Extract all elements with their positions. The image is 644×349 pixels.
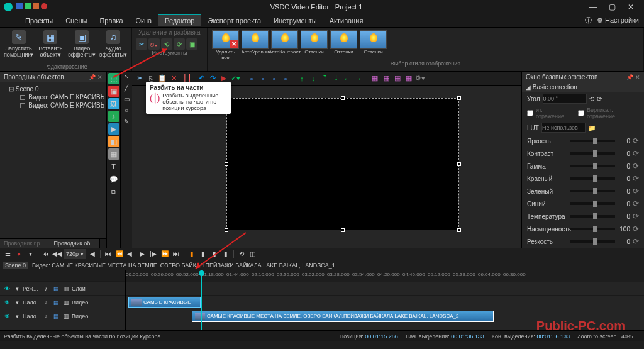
add-sprite-icon[interactable]: ⬚ <box>108 73 119 84</box>
add-tooltip-icon[interactable]: 💬 <box>108 174 119 185</box>
param-reset-2[interactable]: ⟳ <box>633 162 639 170</box>
rotate2-tool-icon[interactable]: ⟳ <box>174 38 185 50</box>
split-tool-icon[interactable]: ⎋▾ <box>148 38 160 50</box>
clip-2[interactable]: САМЫЕ КРАСИВЫЕ МЕСТА НА ЗЕМЛЕ. ОЗЕРО БАЙ… <box>192 311 494 322</box>
rect-icon[interactable]: ▭ <box>122 96 131 104</box>
add-chart-icon[interactable]: ◧ <box>108 136 119 147</box>
tree-node-0[interactable]: ⊟ Scene 0 <box>3 85 104 93</box>
tl-next2-icon[interactable]: |▶ <box>148 249 158 259</box>
tl-marker1-icon[interactable]: ▮ <box>187 249 197 259</box>
tree-node-1[interactable]: Видео: САМЫЕ КРАСИВЬ <box>3 93 104 101</box>
add-text-icon[interactable]: T <box>108 161 119 172</box>
vt-lf-icon[interactable]: ← <box>342 74 352 84</box>
cut-tool-icon[interactable]: ✂ <box>136 38 147 50</box>
scene-badge[interactable]: Scene 0 <box>3 262 28 269</box>
menu-projects[interactable]: Проекты <box>19 15 59 26</box>
menu-tools[interactable]: Инструменты <box>267 15 323 26</box>
rotate-tool-icon[interactable]: ⟲ <box>161 38 172 50</box>
vt-bot-icon[interactable]: ⤓ <box>331 74 341 84</box>
preview-canvas[interactable] <box>226 98 459 230</box>
vt-g3-icon[interactable]: ▦ <box>392 74 402 84</box>
tl-marker4-icon[interactable]: ▮ <box>221 249 231 259</box>
help-icon[interactable]: ⓘ <box>585 16 592 25</box>
minimize-button[interactable]: — <box>584 3 602 11</box>
run-wizard-button[interactable]: ✎Запустить помощник▾ <box>4 29 33 58</box>
tl-start-icon[interactable]: ⏮ <box>103 249 113 259</box>
angle-input[interactable] <box>543 94 587 104</box>
param-reset-5[interactable]: ⟳ <box>633 199 639 208</box>
tl-rewind-icon[interactable]: ⏪ <box>114 249 125 259</box>
tl-row-0[interactable]: 👁▾Реж…♪▤▥Слои <box>0 282 125 296</box>
style-thumb-1[interactable]: АвтоУровни <box>241 30 269 60</box>
menu-edit[interactable]: Правка <box>93 15 129 26</box>
style-thumb-0[interactable]: ✕Удалить все <box>211 30 240 60</box>
vflip-checkbox[interactable] <box>578 110 584 116</box>
param-slider-3[interactable] <box>570 177 615 180</box>
track-video-1[interactable]: САМЫЕ КРАСИВЫЕ <box>126 296 644 309</box>
track-video-2[interactable]: САМЫЕ КРАСИВЫЕ МЕСТА НА ЗЕМЛЕ. ОЗЕРО БАЙ… <box>126 309 644 323</box>
style-thumb-3[interactable]: Оттенки <box>300 30 328 60</box>
param-reset-3[interactable]: ⟳ <box>633 174 639 183</box>
tl-res-badge[interactable]: 720p ▾ <box>64 249 86 259</box>
tree-node-2[interactable]: Видео: САМЫЕ КРАСИВЬ <box>3 101 104 109</box>
add-video-icon[interactable]: ▣ <box>108 86 119 97</box>
menu-activation[interactable]: Активация <box>323 15 370 26</box>
vt-al3-icon[interactable]: ▫ <box>269 74 279 84</box>
vt-g2-icon[interactable]: ▦ <box>381 74 391 84</box>
param-slider-5[interactable] <box>570 202 615 205</box>
audio-effects-button[interactable]: ♫Аудио эффекты▾ <box>99 29 128 58</box>
style-thumb-4[interactable]: Оттенки <box>330 30 358 60</box>
tl-dd-icon[interactable]: ▾ <box>25 249 35 259</box>
playhead[interactable] <box>201 270 202 330</box>
param-slider-0[interactable] <box>570 140 615 142</box>
param-slider-8[interactable] <box>570 240 615 243</box>
menu-editor[interactable]: Редактор <box>158 14 201 26</box>
pin-icon[interactable]: 📌 <box>89 74 96 80</box>
vt-rt-icon[interactable]: → <box>353 74 364 84</box>
pin-icon[interactable]: 📌 <box>626 74 633 80</box>
vt-g1-icon[interactable]: ▦ <box>370 74 380 84</box>
param-slider-6[interactable] <box>570 215 615 218</box>
basic-correction-section[interactable]: ◢ Basic correction <box>522 82 644 92</box>
tl-marker2-icon[interactable]: ▮ <box>198 249 208 259</box>
param-reset-6[interactable]: ⟳ <box>633 212 639 221</box>
param-slider-4[interactable] <box>570 190 615 192</box>
track-layers[interactable] <box>126 282 644 296</box>
param-slider-2[interactable] <box>570 165 615 167</box>
add-audio-icon[interactable]: ♪ <box>108 111 119 122</box>
tl-prev2-icon[interactable]: ◀| <box>126 249 136 259</box>
tl-play-icon[interactable]: ▶ <box>137 249 147 259</box>
style-thumb-2[interactable]: АвтоКонтраст <box>270 30 299 60</box>
panel-close-icon[interactable]: ✕ <box>635 74 640 80</box>
vt-more-icon[interactable]: ⚙▾ <box>415 74 425 84</box>
settings-button[interactable]: ⚙ Настройки <box>597 16 639 25</box>
add-grid-icon[interactable]: ▦ <box>108 148 119 160</box>
ellipse-icon[interactable]: ○ <box>122 107 131 116</box>
menu-windows[interactable]: Окна <box>130 15 158 26</box>
tl-ff-icon[interactable]: ⏩ <box>160 249 170 259</box>
menu-export[interactable]: Экспорт проекта <box>201 15 267 26</box>
tl-marker3-icon[interactable]: ▮ <box>209 249 219 259</box>
param-reset-7[interactable]: ⟳ <box>633 224 639 233</box>
tl-end-icon[interactable]: ⏭ <box>171 249 181 259</box>
vt-up-icon[interactable]: ↑ <box>297 74 307 84</box>
tl-snap-icon[interactable]: ◫ <box>248 249 258 259</box>
vt-dn-icon[interactable]: ↓ <box>308 74 318 84</box>
param-reset-8[interactable]: ⟳ <box>633 237 639 246</box>
close-button[interactable]: ✕ <box>621 3 640 11</box>
maximize-button[interactable]: ▢ <box>602 3 621 11</box>
tl-loop-icon[interactable]: ⟲ <box>236 249 247 259</box>
object-tree[interactable]: ⊟ Scene 0 Видео: САМЫЕ КРАСИВЬ Видео: СА… <box>0 82 106 238</box>
vt-al1-icon[interactable]: ▫ <box>247 74 257 84</box>
param-slider-1[interactable] <box>570 152 615 155</box>
line-icon[interactable]: ╱ <box>122 84 131 93</box>
rotate-left-icon[interactable]: ⟲ <box>589 96 594 102</box>
lut-browse-icon[interactable]: 📁 <box>588 125 596 131</box>
param-slider-7[interactable] <box>570 228 615 230</box>
vt-al2-icon[interactable]: ▫ <box>258 74 268 84</box>
add-counter-icon[interactable]: ⧉ <box>108 186 119 197</box>
clip-1[interactable]: САМЫЕ КРАСИВЫЕ <box>128 297 201 308</box>
video-effects-button[interactable]: ▣Видео эффекты▾ <box>67 29 96 58</box>
insert-object-button[interactable]: ▦Вставить объект▾ <box>36 29 65 58</box>
tab-object-explorer[interactable]: Проводник об… <box>50 239 101 248</box>
